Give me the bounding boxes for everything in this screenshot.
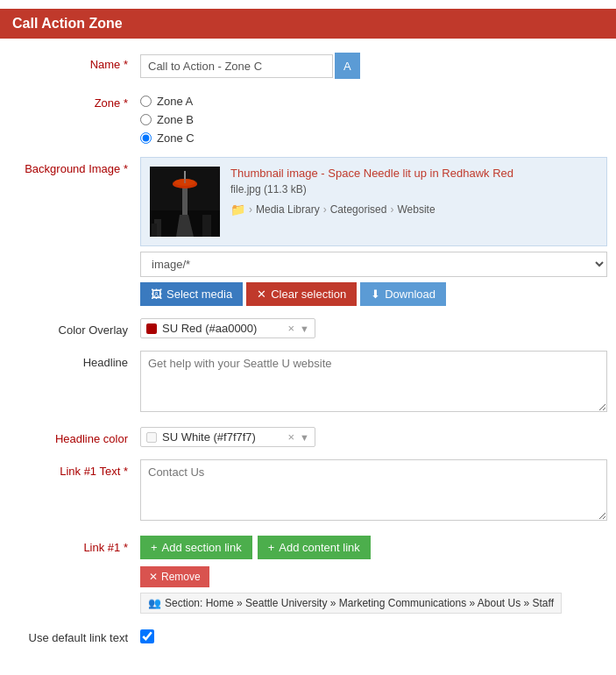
use-default-checkbox-wrap[interactable]	[140, 626, 607, 643]
zone-row: Zone * Zone A Zone B Zone C	[0, 91, 616, 145]
svg-point-7	[173, 179, 197, 188]
headline-content	[140, 351, 607, 415]
media-type-select[interactable]: image/*	[141, 252, 606, 276]
zone-a-radio[interactable]	[140, 96, 152, 107]
select-media-button[interactable]: 🖼 Select media	[140, 282, 243, 306]
link1-text-row: Link #1 Text *	[0, 459, 616, 523]
zone-a-option[interactable]: Zone A	[140, 95, 607, 108]
name-input-wrap: A	[140, 53, 607, 79]
use-default-content	[140, 626, 607, 643]
zone-label: Zone *	[9, 91, 140, 110]
bg-image-box: Thumbnail image - Space Needle lit up in…	[140, 157, 607, 246]
bg-image-filename: file.jpg (11.3 kB)	[230, 183, 513, 195]
name-row: Name * A	[0, 53, 616, 79]
bg-image-title: Thumbnail image - Space Needle lit up in…	[230, 167, 513, 180]
link1-row: Link #1 * + Add section link + Add conte…	[0, 536, 616, 614]
name-content: A	[140, 53, 607, 79]
breadcrumb-website: Website	[397, 203, 435, 216]
zone-radio-group: Zone A Zone B Zone C	[140, 91, 607, 145]
breadcrumb-path: 📁 › Media Library › Categorised › Websit…	[230, 202, 513, 217]
link1-content: + Add section link + Add content link ✕ …	[140, 536, 607, 614]
download-button[interactable]: ⬇ Download	[360, 282, 446, 306]
headline-color-value: SU White (#f7f7f7)	[162, 430, 283, 444]
headline-color-clear-icon[interactable]: ×	[288, 430, 295, 444]
remove-link-button[interactable]: ✕ Remove	[140, 566, 209, 587]
use-default-checkbox[interactable]	[140, 629, 154, 643]
breadcrumb-media-library: Media Library	[256, 203, 320, 216]
color-overlay-row: Color Overlay SU Red (#aa0000) × ▼	[0, 318, 616, 338]
add-section-link-button[interactable]: + Add section link	[140, 536, 252, 559]
headline-color-row: Headline color SU White (#f7f7f7) × ▼	[0, 427, 616, 447]
media-type-select-wrap[interactable]: image/*	[140, 252, 607, 277]
bg-image-label: Background Image *	[9, 157, 140, 175]
people-icon: 👥	[148, 597, 161, 609]
headline-label: Headline	[9, 351, 140, 369]
use-default-row: Use default link text	[0, 626, 616, 644]
color-overlay-content: SU Red (#aa0000) × ▼	[140, 318, 607, 338]
zone-c-option[interactable]: Zone C	[140, 131, 607, 145]
link1-section-wrap: ✕ Remove 👥 Section: Home » Seattle Unive…	[140, 566, 607, 614]
add-content-link-button[interactable]: + Add content link	[258, 536, 371, 559]
color-clear-icon[interactable]: ×	[288, 322, 295, 335]
zone-c-radio[interactable]	[140, 132, 152, 144]
times-icon-2: ✕	[149, 571, 158, 583]
section-path-text: Section: Home » Seattle University » Mar…	[165, 597, 554, 609]
headline-color-label: Headline color	[9, 427, 140, 445]
headline-textarea[interactable]	[140, 351, 607, 412]
thumbnail-image	[150, 167, 220, 237]
color-dot	[146, 323, 157, 334]
plus-icon-2: +	[268, 541, 275, 554]
image-icon: 🖼	[151, 288, 162, 301]
page-title: Call Action Zone	[0, 9, 616, 39]
color-dropdown-icon[interactable]: ▼	[300, 323, 309, 334]
link1-text-content	[140, 459, 607, 523]
svg-rect-3	[182, 184, 188, 215]
svg-rect-9	[202, 215, 211, 237]
link1-text-textarea[interactable]	[140, 459, 607, 521]
svg-rect-10	[152, 224, 157, 237]
bg-image-info: Thumbnail image - Space Needle lit up in…	[230, 167, 513, 217]
use-default-label: Use default link text	[9, 626, 140, 644]
zone-b-option[interactable]: Zone B	[140, 113, 607, 126]
plus-icon: +	[151, 541, 158, 554]
media-buttons: 🖼 Select media ✕ Clear selection ⬇ Downl…	[140, 282, 607, 306]
link1-text-label: Link #1 Text *	[9, 459, 140, 478]
color-overlay-label: Color Overlay	[9, 318, 140, 337]
headline-color-dropdown-icon[interactable]: ▼	[300, 432, 309, 443]
zone-content: Zone A Zone B Zone C	[140, 91, 607, 145]
download-icon: ⬇	[371, 288, 380, 301]
headline-color-dot	[146, 432, 157, 443]
name-label: Name *	[9, 53, 140, 71]
link-add-buttons: + Add section link + Add content link	[140, 536, 607, 559]
times-icon: ✕	[257, 288, 266, 301]
headline-color-content: SU White (#f7f7f7) × ▼	[140, 427, 607, 447]
link1-label: Link #1 *	[9, 536, 140, 554]
name-input[interactable]	[140, 54, 333, 78]
clear-selection-button[interactable]: ✕ Clear selection	[246, 282, 357, 306]
folder-icon: 📁	[230, 202, 245, 217]
breadcrumb-categorised: Categorised	[330, 203, 387, 216]
headline-color-select[interactable]: SU White (#f7f7f7) × ▼	[140, 427, 315, 447]
name-format-button[interactable]: A	[335, 53, 360, 79]
zone-b-radio[interactable]	[140, 114, 152, 125]
headline-row: Headline	[0, 351, 616, 415]
bg-image-row: Background Image *	[0, 157, 616, 306]
section-path-label: 👥 Section: Home » Seattle University » M…	[140, 593, 562, 614]
color-overlay-value: SU Red (#aa0000)	[162, 322, 283, 335]
bg-image-content: Thumbnail image - Space Needle lit up in…	[140, 157, 607, 306]
color-overlay-select[interactable]: SU Red (#aa0000) × ▼	[140, 318, 315, 338]
bg-image-inner: Thumbnail image - Space Needle lit up in…	[150, 167, 598, 237]
